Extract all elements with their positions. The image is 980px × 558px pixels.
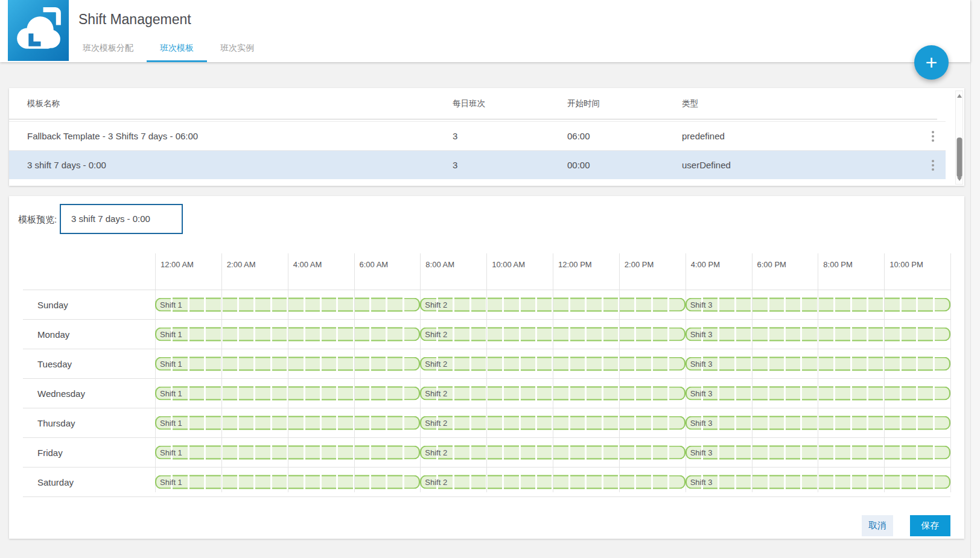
shift-segment xyxy=(371,328,386,341)
shift-bar[interactable]: Shift 3 xyxy=(686,298,950,312)
shift-bar[interactable]: Shift 2 xyxy=(420,446,685,460)
shift-bar[interactable]: Shift 3 xyxy=(686,416,950,430)
tab-shift-template-assignment[interactable]: 班次模板分配 xyxy=(69,37,147,62)
shift-bar[interactable]: Shift 1 xyxy=(155,446,420,460)
shift-bar[interactable]: Shift 2 xyxy=(420,328,685,341)
shift-bar[interactable]: Shift 2 xyxy=(420,387,685,401)
shift-segment xyxy=(802,387,816,401)
shift-segment xyxy=(587,446,601,460)
shift-segment xyxy=(868,387,883,401)
shift-segment xyxy=(255,446,270,460)
shift-label: Shift 2 xyxy=(425,360,447,369)
shift-label: Shift 1 xyxy=(160,330,182,339)
shift-bar[interactable]: Shift 1 xyxy=(155,475,420,489)
tab-shift-templates[interactable]: 班次模板 xyxy=(147,37,207,62)
shift-label: Shift 3 xyxy=(690,478,713,487)
shift-bar[interactable]: Shift 2 xyxy=(420,416,685,430)
shift-label: Shift 2 xyxy=(425,478,447,487)
day-label: Saturday xyxy=(37,477,74,487)
shift-segment xyxy=(752,416,767,430)
shift-segment xyxy=(570,328,585,341)
shift-segment xyxy=(454,387,469,401)
shift-segment xyxy=(239,446,253,460)
day-label: Friday xyxy=(37,448,63,458)
shift-segment xyxy=(206,298,220,312)
shift-segment xyxy=(736,298,751,312)
shift-bar[interactable]: Shift 1 xyxy=(155,416,420,430)
shift-bar[interactable]: Shift 2 xyxy=(420,475,685,489)
shift-segment xyxy=(504,416,518,430)
shift-segment xyxy=(603,475,618,489)
shift-bar[interactable]: Shift 3 xyxy=(686,475,950,489)
time-tick-label: 6:00 AM xyxy=(360,260,389,269)
shift-segment xyxy=(387,416,402,430)
shift-bar[interactable]: Shift 2 xyxy=(420,357,685,371)
shift-segment xyxy=(223,328,237,341)
shift-segment xyxy=(786,328,800,341)
cancel-button[interactable]: 取消 xyxy=(862,515,893,536)
row-more-options-icon[interactable] xyxy=(929,128,937,144)
shift-bar[interactable]: Shift 3 xyxy=(686,357,950,371)
table-scrollbar-thumb[interactable] xyxy=(956,138,962,177)
shift-segment xyxy=(885,446,899,460)
shift-segment xyxy=(288,357,303,371)
shift-bar[interactable]: Shift 2 xyxy=(420,298,685,312)
shift-segment xyxy=(488,475,502,489)
shift-segment xyxy=(802,328,816,341)
shift-segment xyxy=(322,475,336,489)
shift-segment xyxy=(272,357,287,371)
shift-segment xyxy=(471,357,486,371)
shift-segment xyxy=(935,446,950,460)
shift-bar[interactable]: Shift 1 xyxy=(155,357,420,371)
shift-segment xyxy=(719,298,734,312)
template-preview-input[interactable]: 3 shift 7 days - 0:00 xyxy=(60,204,183,234)
shift-bar[interactable]: Shift 3 xyxy=(686,328,950,341)
shift-segment xyxy=(852,328,867,341)
shift-segment xyxy=(835,357,850,371)
scroll-up-icon[interactable] xyxy=(957,94,962,98)
shift-bar[interactable]: Shift 3 xyxy=(686,446,950,460)
shift-segment xyxy=(603,298,618,312)
shift-bar[interactable]: Shift 1 xyxy=(155,387,420,401)
shift-segment xyxy=(935,416,950,430)
shift-segment xyxy=(272,446,287,460)
save-button[interactable]: 保存 xyxy=(910,515,950,536)
cell-template-name: 3 shift 7 days - 0:00 xyxy=(27,160,453,170)
shift-segment xyxy=(371,357,386,371)
table-scrollbar[interactable] xyxy=(955,90,963,185)
shift-segment xyxy=(902,328,916,341)
shift-segment xyxy=(868,357,883,371)
shift-segment xyxy=(223,298,237,312)
tab-shift-instances[interactable]: 班次实例 xyxy=(207,37,267,62)
shift-segment xyxy=(719,357,734,371)
day-row: MondayShift 1Shift 2Shift 3 xyxy=(23,319,950,349)
shift-segment xyxy=(223,446,237,460)
shift-segment xyxy=(355,446,369,460)
shift-segment xyxy=(786,416,800,430)
shift-segment xyxy=(454,446,469,460)
shift-segment xyxy=(553,416,568,430)
shift-segment xyxy=(752,387,767,401)
shift-segment xyxy=(454,328,469,341)
row-more-options-icon[interactable] xyxy=(929,157,937,173)
shift-segment xyxy=(553,298,568,312)
shift-segment xyxy=(537,328,552,341)
shift-segment xyxy=(272,298,287,312)
day-row: SaturdayShift 1Shift 2Shift 3 xyxy=(23,467,950,497)
shift-segment xyxy=(603,416,618,430)
shift-bar[interactable]: Shift 3 xyxy=(686,387,950,401)
shift-segment xyxy=(521,298,535,312)
shift-segment xyxy=(653,446,667,460)
shift-label: Shift 3 xyxy=(690,360,713,369)
table-row[interactable]: Fallback Template - 3 Shifts 7 days - 06… xyxy=(9,122,946,150)
shift-bar[interactable]: Shift 1 xyxy=(155,328,420,341)
add-template-button[interactable]: + xyxy=(914,45,949,80)
table-row[interactable]: 3 shift 7 days - 0:00 3 00:00 userDefine… xyxy=(9,150,946,179)
shift-bar[interactable]: Shift 1 xyxy=(155,298,420,312)
shift-segment xyxy=(305,298,320,312)
scroll-down-icon[interactable] xyxy=(957,177,962,181)
shift-segment xyxy=(537,298,552,312)
shift-segment xyxy=(371,416,386,430)
shift-segment xyxy=(587,387,601,401)
page-scrollbar[interactable] xyxy=(970,0,980,558)
